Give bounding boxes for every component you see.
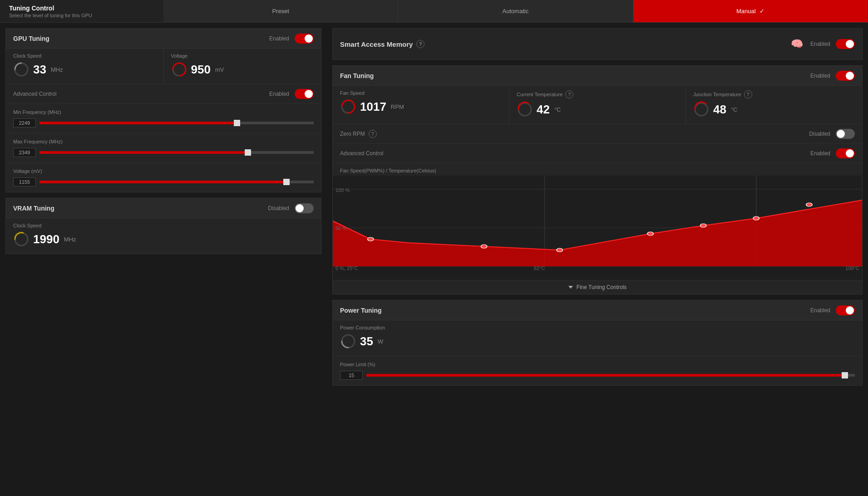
clock-speed-item: Clock Speed 33 MHz: [6, 49, 163, 84]
current-temp-help-icon[interactable]: ?: [565, 90, 573, 98]
gpu-tuning-card: GPU Tuning Enabled Clock Speed: [5, 28, 321, 192]
sam-help-icon[interactable]: ?: [416, 40, 424, 48]
voltage-slider[interactable]: [39, 181, 314, 183]
gpu-toggle-thumb: [305, 34, 313, 43]
fan-toggle-thumb: [846, 72, 854, 80]
advanced-control-toggle[interactable]: [295, 89, 314, 99]
zero-rpm-help-icon[interactable]: ?: [369, 130, 377, 138]
fan-header-right: Enabled: [810, 71, 855, 81]
tab-manual[interactable]: Manual ✓: [633, 0, 868, 22]
power-consumption-row: 35 W: [340, 333, 855, 349]
min-freq-slider[interactable]: [39, 122, 314, 124]
fan-speed-item: Fan Speed 1017 RPM: [333, 86, 509, 124]
fan-advanced-control-row: Advanced Control Enabled: [333, 143, 862, 163]
chart-point[interactable]: [753, 216, 759, 220]
min-freq-fill: [39, 122, 237, 124]
max-freq-slider[interactable]: [39, 151, 314, 154]
chevron-down-icon: [568, 286, 573, 289]
voltage-item: Voltage 950 mV: [163, 49, 321, 84]
chart-point[interactable]: [700, 224, 706, 227]
voltage-slider-label: Voltage (mV): [13, 168, 314, 174]
left-panel: GPU Tuning Enabled Clock Speed: [0, 23, 327, 496]
max-freq-value: 2349: [13, 148, 36, 157]
sam-toggle[interactable]: [836, 39, 855, 49]
max-freq-thumb: [245, 149, 251, 156]
clock-speed-dial: [13, 61, 30, 78]
zero-rpm-row: Zero RPM ? Disabled: [333, 124, 862, 143]
tuning-control-title-area: Tuning Control Select the level of tunin…: [0, 0, 163, 22]
power-tuning-header: Power Tuning Enabled: [333, 300, 862, 320]
fan-tuning-card: Fan Tuning Enabled Fan Speed: [332, 65, 863, 295]
zero-rpm-status: Disabled: [809, 131, 830, 137]
gpu-tuning-title: GPU Tuning: [13, 35, 49, 42]
fan-curve-area: [333, 200, 862, 266]
zero-rpm-toggle[interactable]: [836, 129, 855, 139]
current-temp-unit: °C: [554, 106, 561, 113]
vram-clock-row: 1990 MHz: [13, 231, 314, 247]
fan-metrics-row: Fan Speed 1017 RPM Current Temperature: [333, 86, 862, 124]
fan-enabled-label: Enabled: [810, 73, 830, 79]
chart-title-row: Fan Speed(PWM%) / Temperature(Celsius): [333, 163, 862, 176]
tab-preset[interactable]: Preset: [163, 0, 398, 22]
power-limit-section: Power Limit (%) 15: [333, 356, 862, 385]
min-freq-label: Min Frequency (MHz): [13, 109, 314, 115]
voltage-fill: [39, 181, 286, 183]
fan-toggle[interactable]: [836, 71, 855, 81]
fine-tuning-row[interactable]: Fine Tuning Controls: [333, 280, 862, 294]
vram-tuning-header: VRAM Tuning Disabled: [6, 198, 321, 218]
fan-adv-toggle[interactable]: [836, 148, 855, 158]
voltage-dial: [171, 61, 187, 78]
min-freq-value: 2249: [13, 118, 36, 128]
power-limit-thumb: [842, 372, 848, 378]
power-limit-slider[interactable]: [366, 374, 855, 377]
clock-speed-value: 33: [33, 63, 46, 77]
fan-chart[interactable]: 100 % 50 % 62°C 100°C 0 %, 25°C: [333, 176, 862, 280]
main-content: GPU Tuning Enabled Clock Speed: [0, 23, 868, 496]
chart-point[interactable]: [557, 248, 562, 252]
vram-status-label: Disabled: [268, 205, 289, 211]
advanced-control-label: Advanced Control: [13, 91, 56, 97]
fan-speed-dial: [340, 98, 356, 115]
fan-adv-enabled-label: Enabled: [810, 150, 830, 157]
clock-speed-unit: MHz: [51, 66, 63, 73]
chart-x-0: 0 %, 25°C: [335, 265, 358, 271]
voltage-unit: mV: [215, 66, 224, 73]
chart-point[interactable]: [368, 237, 374, 241]
max-freq-label: Max Frequency (MHz): [13, 139, 314, 144]
junction-temp-help-icon[interactable]: ?: [744, 90, 752, 98]
adv-toggle-thumb: [305, 90, 313, 98]
fan-adv-right: Enabled: [810, 148, 855, 158]
tab-automatic[interactable]: Automatic: [398, 0, 633, 22]
vram-clock-value: 1990: [33, 232, 59, 246]
fine-tuning-label: Fine Tuning Controls: [577, 284, 627, 290]
power-toggle[interactable]: [836, 305, 855, 315]
chart-point[interactable]: [647, 232, 653, 236]
voltage-thumb: [283, 179, 290, 185]
junction-temp-label: Junction Temperature ?: [693, 90, 855, 98]
vram-toggle[interactable]: [295, 203, 314, 213]
page-subtitle: Select the level of tuning for this GPU: [9, 13, 154, 18]
page-title: Tuning Control: [9, 5, 154, 12]
chart-point[interactable]: [806, 203, 812, 206]
zero-rpm-label: Zero RPM: [340, 131, 365, 137]
advanced-control-right: Enabled: [269, 89, 314, 99]
sam-right: Enabled: [810, 39, 855, 49]
sam-enabled-label: Enabled: [810, 41, 830, 47]
max-freq-row: 2349: [13, 148, 314, 157]
junction-temp-row: 48 °C: [693, 101, 855, 118]
chart-point[interactable]: [481, 245, 487, 248]
vram-clock-label: Clock Speed: [13, 223, 314, 228]
gpu-metrics-row: Clock Speed 33 MHz Voltage: [6, 49, 321, 84]
gpu-tuning-toggle[interactable]: [295, 34, 314, 44]
sam-card: Smart Access Memory ? 🧠 Enabled: [332, 28, 863, 60]
sam-title: Smart Access Memory ?: [340, 40, 784, 48]
vram-tuning-title: VRAM Tuning: [13, 205, 54, 212]
sam-toggle-thumb: [846, 40, 854, 48]
power-limit-value: 15: [340, 371, 363, 380]
voltage-label: Voltage: [171, 53, 314, 59]
current-temp-row: 42 °C: [517, 101, 678, 118]
min-freq-thumb: [234, 120, 240, 126]
fan-chart-svg: [333, 176, 862, 280]
chart-y-50: 50 %: [335, 226, 347, 231]
vram-toggle-thumb: [296, 204, 304, 212]
